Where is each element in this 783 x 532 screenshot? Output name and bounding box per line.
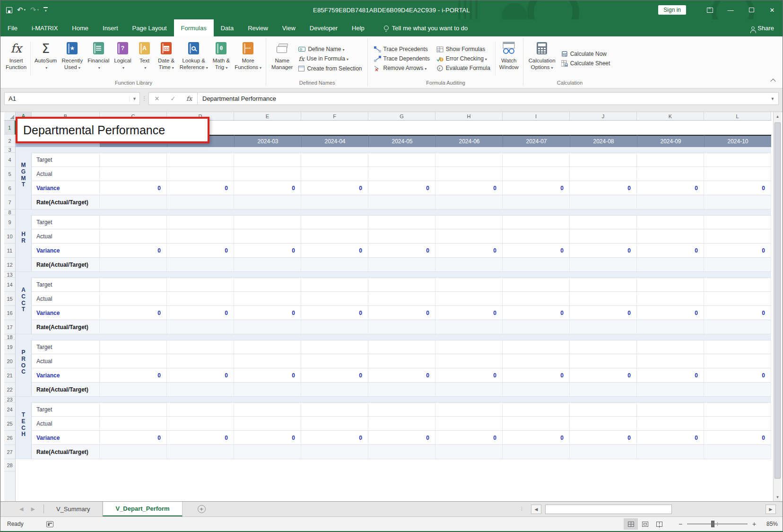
tab-formulas[interactable]: Formulas [174,19,214,36]
cell-H25[interactable] [435,417,503,431]
formula-input[interactable]: Departmental Performance ▼ [198,92,779,105]
col-header-I[interactable]: I [503,112,570,121]
dept-band-TECH[interactable]: TECH [16,402,32,459]
tab-insert[interactable]: Insert [96,19,125,36]
col-header-G[interactable]: G [368,112,435,121]
cell-I25[interactable] [503,417,570,431]
cell-K22[interactable] [637,383,704,397]
lookup-reference-button[interactable]: Lookup &Reference [177,38,210,79]
cell-F24[interactable] [301,402,368,417]
cell-G24[interactable] [368,402,435,417]
name-manager-button[interactable]: NameManager [269,38,295,79]
dept-band-MGMT[interactable]: MGMT [16,153,32,209]
cell-I15[interactable] [503,292,570,306]
cell-D25[interactable] [167,417,234,431]
tab-page-layout[interactable]: Page Layout [125,19,174,36]
cell-B5[interactable]: Actual [32,167,100,181]
cell-G26[interactable]: 0 [368,431,435,445]
calculate-now-button[interactable]: Calculate Now [560,50,612,58]
cell-F19[interactable] [301,340,368,354]
cell-G21[interactable]: 0 [368,368,435,383]
row-header-25[interactable]: 25 [4,417,16,431]
cell-C26[interactable]: 0 [100,431,167,445]
cell-D19[interactable] [167,340,234,354]
cell-E5[interactable] [234,167,301,181]
cell-B26[interactable]: Variance [32,431,100,445]
header-cell-H2[interactable]: 2024-06 [435,135,503,147]
row-header-14[interactable]: 14 [4,278,16,292]
cell-L16[interactable]: 0 [704,306,771,320]
cell-E21[interactable]: 0 [234,368,301,383]
remove-arrows-button[interactable]: Remove Arrows [373,64,431,72]
cell-D21[interactable]: 0 [167,368,234,383]
separator-row[interactable] [16,334,771,340]
row-header-16[interactable]: 16 [4,306,16,320]
cell-B25[interactable]: Actual [32,417,100,431]
cell-H16[interactable]: 0 [435,306,503,320]
col-header-F[interactable]: F [301,112,368,121]
cell-L4[interactable] [704,153,771,167]
cell-K9[interactable] [637,215,704,229]
cell-C6[interactable]: 0 [100,181,167,195]
row-header-12[interactable]: 12 [4,258,16,272]
cell-B24[interactable]: Target [32,402,100,417]
calculation-options-button[interactable]: CalculationOptions [526,38,558,79]
zoom-in-button[interactable]: + [751,520,757,528]
cell-L15[interactable] [704,292,771,306]
cell-F14[interactable] [301,278,368,292]
cell-K25[interactable] [637,417,704,431]
cell-D17[interactable] [167,320,234,334]
tab-i-matrix[interactable]: i-MATRIX [25,19,65,36]
cell-I16[interactable]: 0 [503,306,570,320]
cell-G5[interactable] [368,167,435,181]
cell-B10[interactable]: Actual [32,229,100,244]
autosum-button[interactable]: Σ AutoSum [32,38,59,79]
cell-H26[interactable]: 0 [435,431,503,445]
cell-C21[interactable]: 0 [100,368,167,383]
cell-K21[interactable]: 0 [637,368,704,383]
scroll-right-icon[interactable]: ▶ [766,505,776,514]
cell-L14[interactable] [704,278,771,292]
tab-developer[interactable]: Developer [303,19,345,36]
cell-L20[interactable] [704,354,771,368]
cell-K10[interactable] [637,229,704,244]
recently-used-button[interactable]: ★ RecentlyUsed [59,38,85,79]
cell-E14[interactable] [234,278,301,292]
cell-L10[interactable] [704,229,771,244]
cell-I4[interactable] [503,153,570,167]
cell-G17[interactable] [368,320,435,334]
separator-row[interactable] [16,209,771,215]
cell-C4[interactable] [100,153,167,167]
cell-B12[interactable]: Rate(Actual/Target) [32,258,100,272]
expand-formula-bar-icon[interactable]: ▼ [767,96,778,101]
cell-C20[interactable] [100,354,167,368]
date-time-button[interactable]: Date &Time [156,38,177,79]
name-box-dropdown-icon[interactable]: ▼ [129,96,139,101]
row-header-26[interactable]: 26 [4,431,16,445]
row-header-6[interactable]: 6 [4,181,16,195]
cell-L26[interactable]: 0 [704,431,771,445]
cell-L22[interactable] [704,383,771,397]
create-from-selection-button[interactable]: Create from Selection [297,65,363,72]
define-name-button[interactable]: Define Name [297,45,363,53]
row-header-20[interactable]: 20 [4,354,16,368]
cell-J25[interactable] [570,417,637,431]
row-header-21[interactable]: 21 [4,368,16,383]
header-cell-I2[interactable]: 2024-07 [503,135,570,147]
cell-J10[interactable] [570,229,637,244]
cell-I5[interactable] [503,167,570,181]
cell-I14[interactable] [503,278,570,292]
cell-J12[interactable] [570,258,637,272]
cell-E6[interactable]: 0 [234,181,301,195]
cell-H10[interactable] [435,229,503,244]
cell-C27[interactable] [100,445,167,459]
cell-L21[interactable]: 0 [704,368,771,383]
cell-F15[interactable] [301,292,368,306]
cell-B21[interactable]: Variance [32,368,100,383]
cell-C9[interactable] [100,215,167,229]
zoom-slider-track[interactable] [687,523,748,524]
row-header-4[interactable]: 4 [4,153,16,167]
financial-button[interactable]: Financial [85,38,112,79]
cell-E22[interactable] [234,383,301,397]
cell-C16[interactable]: 0 [100,306,167,320]
